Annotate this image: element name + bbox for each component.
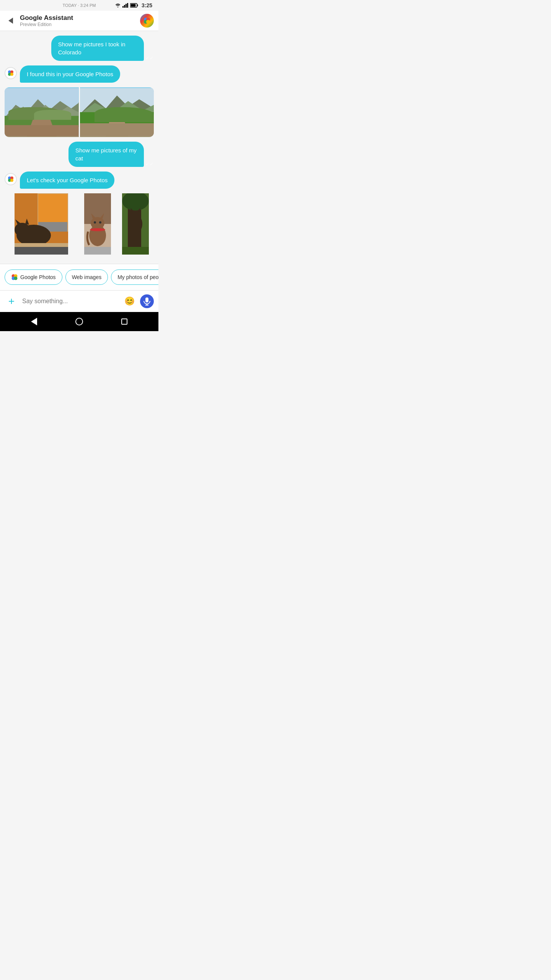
svg-point-36 (15, 223, 30, 237)
voice-button[interactable] (140, 294, 154, 308)
colorado-landscape-svg-2 (80, 87, 154, 137)
header: Google Assistant Preview Edition (0, 11, 158, 31)
input-bar: + 😊 (0, 290, 158, 312)
recents-nav-button[interactable] (117, 314, 132, 329)
back-button[interactable] (5, 15, 17, 27)
emoji-icon: 😊 (124, 296, 135, 306)
colorado-photo-2[interactable] (80, 87, 154, 137)
user-text-cat: Show me pictures of my cat (75, 147, 137, 162)
svg-rect-63 (145, 297, 148, 302)
message-check-icon: ✓✓ (145, 55, 154, 61)
header-title-block: Google Assistant Preview Edition (20, 14, 140, 27)
svg-point-48 (94, 221, 96, 224)
bottom-nav (0, 312, 158, 331)
assistant-bubble-found: I found this in your Google Photos (20, 65, 120, 83)
svg-rect-3 (127, 3, 128, 8)
message-row-assistant-found: I found this in your Google Photos (5, 65, 154, 83)
google-photos-icon (11, 274, 18, 281)
cat-svg-2 (79, 193, 116, 255)
user-bubble-colorado: Show me pictures I took in Colorado (51, 36, 144, 61)
user-text-colorado: Show me pictures I took in Colorado (58, 41, 126, 56)
microphone-icon (143, 297, 151, 305)
assistant-logo-icon (143, 16, 151, 25)
svg-rect-2 (126, 4, 127, 8)
status-bar: TODAY · 3:24 PM 3:25 (0, 0, 158, 11)
home-nav-icon (75, 318, 83, 325)
message-row-assistant-check: Let's check your Google Photos (5, 172, 154, 189)
svg-point-30 (10, 179, 13, 182)
cat-svg-3 (117, 193, 154, 255)
cat-svg-1 (5, 193, 78, 255)
suggestion-my-photos-people[interactable]: My photos of people (111, 270, 158, 285)
svg-rect-33 (38, 194, 67, 223)
colorado-photo-1[interactable] (5, 87, 79, 137)
svg-rect-40 (15, 247, 68, 255)
svg-point-44 (91, 217, 104, 229)
back-nav-icon (31, 318, 37, 325)
app-subtitle: Preview Edition (20, 22, 140, 27)
svg-rect-6 (130, 4, 135, 7)
emoji-button[interactable]: 😊 (122, 294, 136, 308)
assistant-avatar (5, 67, 17, 79)
status-time: 3:25 (142, 2, 152, 8)
assistant-text-check: Let's check your Google Photos (27, 177, 108, 183)
status-date: TODAY · 3:24 PM (63, 3, 96, 8)
battery-icon (130, 3, 139, 8)
back-nav-button[interactable] (26, 314, 42, 329)
cat-photo-grid[interactable] (5, 193, 154, 255)
svg-point-47 (90, 228, 105, 231)
cat-photo-2[interactable] (79, 193, 116, 255)
signal-icon (122, 3, 129, 8)
colorado-landscape-svg-1 (5, 87, 79, 137)
svg-point-55 (130, 211, 141, 220)
home-nav-button[interactable] (72, 314, 87, 329)
assistant-text-found: I found this in your Google Photos (27, 71, 113, 77)
svg-rect-58 (122, 247, 149, 255)
svg-point-10 (146, 20, 150, 24)
svg-rect-50 (84, 247, 111, 255)
suggestion-google-photos[interactable]: Google Photos (5, 270, 62, 285)
assistant-logo (140, 14, 154, 28)
plus-button[interactable]: + (5, 294, 18, 308)
svg-rect-1 (124, 5, 125, 8)
svg-point-62 (14, 277, 18, 280)
assistant-bubble-check: Let's check your Google Photos (20, 172, 114, 189)
message-row-user-cat: Show me pictures of my cat ✓✓ (5, 142, 154, 167)
suggestion-google-photos-label: Google Photos (20, 274, 56, 280)
message-check-icon-2: ✓✓ (145, 161, 154, 167)
suggestion-my-photos-people-label: My photos of people (117, 274, 158, 280)
suggestion-web-images[interactable]: Web images (65, 270, 108, 285)
suggestion-bar: Google Photos Web images My photos of pe… (0, 264, 158, 290)
svg-rect-26 (80, 123, 154, 136)
assistant-dot-icon (7, 69, 15, 77)
cat-photo-3[interactable] (117, 193, 154, 255)
user-bubble-cat: Show me pictures of my cat (68, 142, 144, 167)
assistant-dot-icon-2 (7, 175, 15, 183)
svg-rect-0 (122, 6, 124, 8)
colorado-photo-grid[interactable] (5, 87, 154, 137)
back-arrow-icon (8, 18, 13, 24)
user-bubble-cat-wrapper: Show me pictures of my cat ✓✓ (60, 142, 154, 167)
suggestion-web-images-label: Web images (72, 274, 102, 280)
assistant-avatar-2 (5, 173, 17, 185)
app-title: Google Assistant (20, 14, 140, 22)
chat-area: Show me pictures I took in Colorado ✓✓ I… (0, 31, 158, 264)
svg-point-49 (99, 221, 101, 224)
svg-point-14 (10, 73, 13, 76)
svg-rect-5 (137, 5, 138, 7)
svg-rect-20 (5, 125, 79, 136)
plus-icon: + (8, 296, 15, 307)
text-input[interactable] (22, 298, 119, 305)
wifi-icon (115, 3, 121, 8)
status-icons: 3:25 (115, 2, 152, 8)
recents-nav-icon (121, 318, 127, 325)
message-row-user-colorado: Show me pictures I took in Colorado ✓✓ (5, 36, 154, 61)
user-bubble-wrapper: Show me pictures I took in Colorado ✓✓ (38, 36, 154, 61)
cat-photo-1[interactable] (5, 193, 78, 255)
